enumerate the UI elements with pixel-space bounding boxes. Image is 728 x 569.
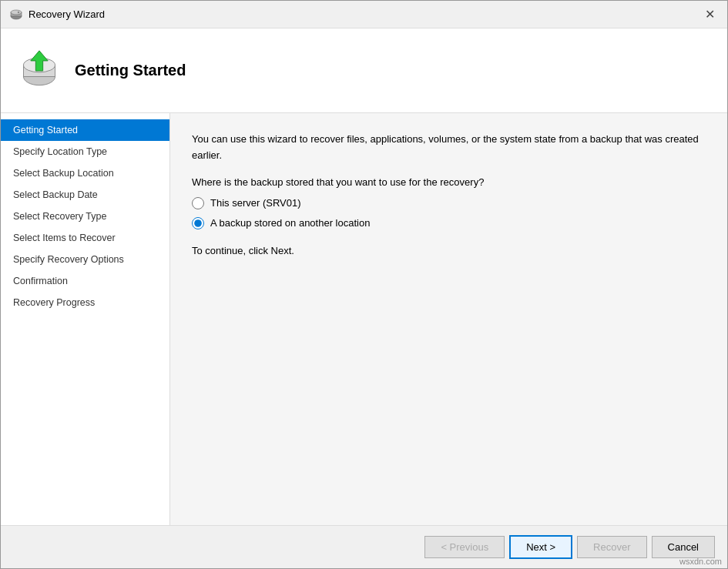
sidebar-item-select-recovery-type[interactable]: Select Recovery Type (1, 206, 169, 227)
radio-another-location-input[interactable] (192, 217, 204, 229)
radio-another-location[interactable]: A backup stored on another location (192, 217, 706, 229)
sidebar-item-select-backup-location[interactable]: Select Backup Location (1, 162, 169, 184)
continue-text: To continue, click Next. (192, 245, 706, 256)
cancel-button[interactable]: Cancel (652, 536, 715, 558)
radio-this-server-input[interactable] (192, 197, 204, 209)
wizard-footer: < Previous Next > Recover Cancel (1, 525, 727, 568)
wizard-page-title: Getting Started (75, 62, 186, 79)
radio-this-server[interactable]: This server (SRV01) (192, 197, 706, 209)
title-bar: Recovery Wizard ✕ (1, 1, 727, 28)
sidebar-item-recovery-progress[interactable]: Recovery Progress (1, 292, 169, 313)
backup-location-radio-group: This server (SRV01) A backup stored on a… (192, 197, 706, 229)
previous-button[interactable]: < Previous (424, 536, 505, 558)
backup-location-question: Where is the backup stored that you want… (192, 176, 706, 188)
sidebar-item-specify-location-type[interactable]: Specify Location Type (1, 141, 169, 162)
svg-point-2 (11, 10, 22, 15)
wizard-header: Getting Started (1, 28, 727, 113)
recover-button[interactable]: Recover (577, 536, 646, 558)
title-bar-left: Recovery Wizard (10, 8, 105, 21)
header-disk-icon (18, 49, 61, 92)
wizard-header-icon (16, 48, 62, 94)
sidebar-item-getting-started[interactable]: Getting Started (1, 119, 169, 141)
wizard-content-area: You can use this wizard to recover files… (170, 113, 727, 525)
next-button[interactable]: Next > (509, 535, 572, 559)
sidebar-item-confirmation[interactable]: Confirmation (1, 270, 169, 292)
sidebar-item-select-backup-date[interactable]: Select Backup Date (1, 184, 169, 206)
radio-this-server-label: This server (SRV01) (210, 197, 301, 209)
intro-text: You can use this wizard to recover files… (192, 132, 706, 164)
sidebar-item-specify-recovery-options[interactable]: Specify Recovery Options (1, 249, 169, 270)
window-title: Recovery Wizard (29, 8, 105, 20)
svg-point-3 (18, 11, 19, 12)
recovery-wizard-window: Recovery Wizard ✕ Getting Started Gettin… (0, 0, 728, 569)
watermark: wsxdn.com (679, 557, 722, 566)
wizard-sidebar: Getting Started Specify Location Type Se… (1, 113, 170, 525)
radio-another-location-label: A backup stored on another location (210, 217, 370, 229)
wizard-body: Getting Started Specify Location Type Se… (1, 113, 727, 525)
sidebar-item-select-items-to-recover[interactable]: Select Items to Recover (1, 227, 169, 249)
close-button[interactable]: ✕ (702, 7, 718, 22)
titlebar-icon (10, 8, 22, 21)
